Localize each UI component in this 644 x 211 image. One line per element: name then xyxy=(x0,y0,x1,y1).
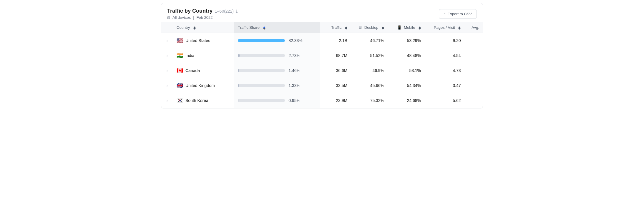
th-traffic-sort xyxy=(344,26,347,30)
traffic-share-pct: 2.73% xyxy=(288,53,303,58)
th-traffic[interactable]: Traffic xyxy=(320,22,351,33)
title-row: Traffic by Country 1–50(222) ℹ xyxy=(167,8,238,14)
export-label: Export to CSV xyxy=(448,12,472,16)
table-row: › 🇰🇷 South Korea 0.95% 23.9M 75.32% 24.6… xyxy=(161,93,483,108)
pages-visit-cell: 5.62 xyxy=(424,93,464,108)
table-row: › 🇬🇧 United Kingdom 1.33% 33.5M 45.66% 5… xyxy=(161,78,483,93)
th-pages-sort xyxy=(457,26,461,30)
traffic-by-country-widget: Traffic by Country 1–50(222) ℹ ⊟ All dev… xyxy=(161,3,483,108)
table-body: › 🇺🇸 United States 82.33% 2.1B 46.71% 53… xyxy=(161,33,483,108)
devices-label: All devices xyxy=(172,15,191,20)
widget-header: Traffic by Country 1–50(222) ℹ ⊟ All dev… xyxy=(161,3,483,22)
traffic-cell: 36.6M xyxy=(320,63,351,78)
subtitle-row: ⊟ All devices | Feb 2022 xyxy=(167,15,238,20)
expand-chevron[interactable]: › xyxy=(165,98,170,103)
desktop-cell: 46.71% xyxy=(351,33,388,48)
desktop-cell: 46.9% xyxy=(351,63,388,78)
traffic-cell: 68.7M xyxy=(320,48,351,63)
country-name: United States xyxy=(185,38,210,43)
th-expand xyxy=(161,22,173,33)
export-icon: ↑ xyxy=(444,12,446,16)
bar-container xyxy=(238,54,285,57)
country-cell: 🇰🇷 South Korea xyxy=(173,93,234,108)
country-flag: 🇺🇸 xyxy=(177,37,183,44)
period-label: Feb 2022 xyxy=(197,15,213,20)
pages-visit-cell: 3.47 xyxy=(424,78,464,93)
mobile-cell: 53.1% xyxy=(388,63,424,78)
country-name: United Kingdom xyxy=(185,83,215,88)
traffic-share-pct: 1.33% xyxy=(288,83,303,88)
country-name: Canada xyxy=(185,68,200,73)
avg-cell xyxy=(464,48,483,63)
bar-container xyxy=(238,84,285,87)
th-pages-visit[interactable]: Pages / Visit xyxy=(424,22,464,33)
expand-cell: › xyxy=(161,93,173,108)
th-avg-label: Avg. xyxy=(472,25,479,30)
country-flag: 🇰🇷 xyxy=(177,97,183,104)
th-traffic-share[interactable]: Traffic Share xyxy=(234,22,320,33)
traffic-share-cell: 82.33% xyxy=(234,33,320,48)
mobile-cell: 48.48% xyxy=(388,48,424,63)
country-cell: 🇮🇳 India xyxy=(173,48,234,63)
expand-chevron[interactable]: › xyxy=(165,68,170,73)
th-traffic-share-label: Traffic Share xyxy=(238,25,260,30)
th-mobile[interactable]: 📱 Mobile xyxy=(388,22,424,33)
desktop-icon: 🖥 xyxy=(358,25,362,30)
mobile-cell: 24.68% xyxy=(388,93,424,108)
bar-container xyxy=(238,99,285,102)
traffic-share-cell: 1.46% xyxy=(234,63,320,78)
period-separator: | xyxy=(193,15,194,20)
traffic-share-cell: 0.95% xyxy=(234,93,320,108)
pages-visit-cell: 4.54 xyxy=(424,48,464,63)
bar-fill xyxy=(238,54,239,57)
th-country[interactable]: Country xyxy=(173,22,234,33)
country-cell: 🇬🇧 United Kingdom xyxy=(173,78,234,93)
table-row: › 🇮🇳 India 2.73% 68.7M 51.52% 48.48% 4.5… xyxy=(161,48,483,63)
table-header-row: Country Traffic Share xyxy=(161,22,483,33)
country-name: South Korea xyxy=(185,98,208,103)
country-flag: 🇮🇳 xyxy=(177,52,183,59)
mobile-cell: 53.29% xyxy=(388,33,424,48)
th-mobile-label: Mobile xyxy=(404,25,415,30)
country-flag: 🇬🇧 xyxy=(177,82,183,89)
data-table: Country Traffic Share xyxy=(161,22,483,108)
export-button[interactable]: ↑ Export to CSV xyxy=(439,9,477,19)
pages-visit-cell: 9.20 xyxy=(424,33,464,48)
bar-container xyxy=(238,69,285,72)
traffic-share-pct: 82.33% xyxy=(288,38,303,43)
title-range: 1–50(222) xyxy=(215,9,234,14)
th-desktop[interactable]: 🖥 Desktop xyxy=(351,22,388,33)
avg-cell xyxy=(464,63,483,78)
table-row: › 🇨🇦 Canada 1.46% 36.6M 46.9% 53.1% 4.73 xyxy=(161,63,483,78)
widget-title: Traffic by Country xyxy=(167,8,213,14)
avg-cell xyxy=(464,33,483,48)
expand-cell: › xyxy=(161,78,173,93)
th-desktop-sort xyxy=(381,26,384,30)
traffic-share-cell: 1.33% xyxy=(234,78,320,93)
mobile-icon: 📱 xyxy=(397,25,402,30)
traffic-share-pct: 0.95% xyxy=(288,98,303,103)
country-cell: 🇨🇦 Canada xyxy=(173,63,234,78)
info-icon[interactable]: ℹ xyxy=(236,9,238,14)
expand-cell: › xyxy=(161,33,173,48)
th-mobile-sort xyxy=(417,26,421,30)
th-avg: Avg. xyxy=(464,22,483,33)
th-country-sort xyxy=(192,26,196,30)
expand-chevron[interactable]: › xyxy=(165,53,170,58)
expand-chevron[interactable]: › xyxy=(165,83,170,88)
pages-visit-cell: 4.73 xyxy=(424,63,464,78)
avg-cell xyxy=(464,93,483,108)
expand-chevron[interactable]: › xyxy=(165,38,170,43)
country-name: India xyxy=(185,53,194,58)
th-traffic-label: Traffic xyxy=(331,25,341,30)
traffic-cell: 23.9M xyxy=(320,93,351,108)
traffic-share-cell: 2.73% xyxy=(234,48,320,63)
header-left: Traffic by Country 1–50(222) ℹ ⊟ All dev… xyxy=(167,8,238,20)
th-desktop-label: Desktop xyxy=(364,25,379,30)
bar-fill xyxy=(238,84,239,87)
desktop-cell: 75.32% xyxy=(351,93,388,108)
traffic-cell: 33.5M xyxy=(320,78,351,93)
th-country-label: Country xyxy=(177,25,190,30)
desktop-cell: 51.52% xyxy=(351,48,388,63)
mobile-cell: 54.34% xyxy=(388,78,424,93)
